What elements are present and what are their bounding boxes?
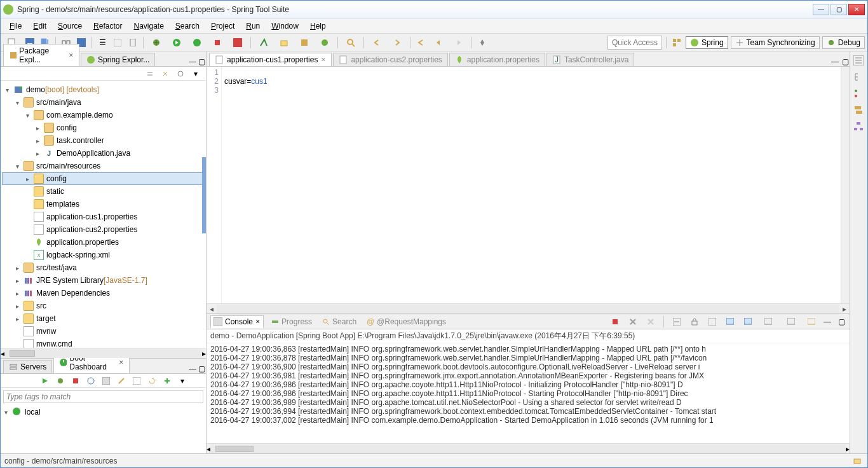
minimize-view-icon[interactable]: — bbox=[188, 364, 197, 373]
task-list-icon[interactable] bbox=[853, 88, 865, 100]
open-console-button[interactable] bbox=[100, 375, 112, 387]
tree-item[interactable]: ▸Maven Dependencies bbox=[2, 287, 205, 299]
remove-launch-button[interactable] bbox=[627, 315, 639, 328]
forward-button[interactable] bbox=[450, 36, 468, 49]
minimize-view-icon[interactable]: — bbox=[188, 57, 197, 66]
tree-item[interactable]: application-cus2.properties bbox=[2, 223, 205, 236]
show-stderr-button[interactable] bbox=[742, 315, 754, 328]
tab-request-mappings[interactable]: @@RequestMappings bbox=[364, 316, 449, 327]
editor-tab[interactable]: application.properties bbox=[449, 53, 545, 66]
editor-hscrollbar[interactable] bbox=[217, 305, 839, 313]
perspective-debug[interactable]: Debug bbox=[822, 36, 865, 49]
maximize-button[interactable]: ▢ bbox=[831, 4, 847, 15]
edit-button[interactable] bbox=[115, 375, 128, 387]
scroll-lock-button[interactable] bbox=[688, 315, 701, 328]
prev-annotation-button[interactable] bbox=[368, 36, 386, 49]
tree-item[interactable]: ▾com.example.demo bbox=[2, 109, 205, 121]
pin-console-button[interactable] bbox=[706, 315, 719, 328]
tree-item[interactable]: static bbox=[2, 185, 205, 198]
remove-all-button[interactable] bbox=[644, 315, 657, 328]
tab-spring-explorer[interactable]: Spring Explor... bbox=[81, 53, 155, 66]
close-icon[interactable]: ✕ bbox=[255, 319, 261, 325]
layers-icon[interactable] bbox=[853, 105, 865, 116]
focus-task-button[interactable] bbox=[174, 67, 187, 80]
debug-server-button[interactable] bbox=[54, 375, 67, 387]
run-last-button[interactable] bbox=[208, 36, 226, 49]
menu-file[interactable]: File bbox=[4, 20, 27, 32]
menu-search[interactable]: Search bbox=[170, 20, 205, 32]
editor-vscrollbar[interactable] bbox=[841, 67, 850, 303]
menu-window[interactable]: Window bbox=[266, 20, 304, 32]
link-editor-button[interactable] bbox=[159, 67, 172, 80]
ansi-toggle-button[interactable] bbox=[805, 315, 818, 328]
scroll-right-icon[interactable]: ▸ bbox=[839, 305, 850, 313]
menu-run[interactable]: Run bbox=[241, 20, 265, 32]
last-edit-button[interactable] bbox=[414, 36, 427, 49]
next-annotation-button[interactable] bbox=[388, 36, 406, 49]
status-updates-icon[interactable] bbox=[851, 455, 864, 467]
scroll-right-icon[interactable]: ▸ bbox=[202, 349, 206, 358]
maximize-view-icon[interactable]: ▢ bbox=[197, 57, 206, 66]
new-server-button[interactable] bbox=[255, 36, 273, 49]
display-selected-button[interactable] bbox=[759, 315, 777, 328]
start-button[interactable] bbox=[39, 375, 51, 387]
search-button[interactable] bbox=[342, 36, 360, 49]
open-console-dropdown[interactable] bbox=[782, 315, 800, 328]
minimize-editor-icon[interactable]: — bbox=[831, 57, 839, 66]
outline-view-icon[interactable] bbox=[853, 55, 865, 67]
toggle-mark-button[interactable] bbox=[111, 36, 124, 49]
tab-servers[interactable]: Servers bbox=[3, 360, 52, 373]
boot-filter-input[interactable] bbox=[3, 390, 203, 403]
relaunch-button[interactable] bbox=[229, 36, 247, 49]
debug-button[interactable] bbox=[147, 36, 165, 49]
back-button[interactable] bbox=[430, 36, 447, 49]
menu-edit[interactable]: Edit bbox=[28, 20, 51, 32]
menu-help[interactable]: Help bbox=[305, 20, 331, 32]
tree-item[interactable]: mvnw.cmd bbox=[2, 338, 205, 348]
tree-item[interactable]: templates bbox=[2, 198, 205, 210]
run-button[interactable] bbox=[168, 36, 186, 49]
maximize-view-icon[interactable]: ▢ bbox=[837, 317, 846, 326]
tree-item[interactable]: ▸JDemoApplication.java bbox=[2, 147, 205, 160]
outline-tree-icon[interactable] bbox=[853, 72, 865, 83]
package-explorer-tree[interactable]: ▾demo [boot] [devtools]▾src/main/java▾co… bbox=[1, 81, 206, 348]
toggle-breadcrumb-button[interactable]: ☰ bbox=[96, 36, 109, 49]
maximize-view-icon[interactable]: ▢ bbox=[197, 364, 206, 373]
toggle-block-button[interactable] bbox=[126, 36, 139, 49]
tree-item[interactable]: application-cus1.properties bbox=[2, 210, 205, 223]
tree-item[interactable]: application.properties bbox=[2, 236, 205, 249]
tree-item[interactable]: Xlogback-spring.xml bbox=[2, 249, 205, 261]
close-button[interactable]: ✕ bbox=[848, 4, 865, 15]
refresh-button[interactable] bbox=[146, 375, 158, 387]
tree-item[interactable]: mvnw bbox=[2, 325, 205, 338]
view-menu-button[interactable]: ▾ bbox=[176, 375, 189, 387]
tree-item[interactable]: ▸config bbox=[2, 121, 205, 134]
open-perspective-button[interactable] bbox=[670, 36, 683, 49]
tree-item[interactable]: ▾src/main/resources bbox=[2, 160, 205, 172]
tree-item[interactable]: ▸task.controller bbox=[2, 134, 205, 147]
stop-button[interactable] bbox=[69, 375, 82, 387]
close-icon[interactable]: ✕ bbox=[69, 52, 74, 59]
console-output[interactable]: 2016-04-27 19:00:36,863 [restartedMain] … bbox=[207, 343, 850, 443]
scroll-left-icon[interactable]: ◂ bbox=[207, 305, 217, 313]
tab-console[interactable]: Console✕ bbox=[210, 315, 264, 328]
tree-item[interactable]: ▾demo [boot] [devtools] bbox=[2, 83, 205, 96]
tree-item[interactable]: ▸src bbox=[2, 299, 205, 312]
collapse-all-button[interactable] bbox=[144, 67, 156, 80]
open-browser-button[interactable] bbox=[85, 375, 97, 387]
editor-code[interactable]: cusvar=cus1 bbox=[222, 67, 841, 303]
console-hscrollbar[interactable] bbox=[210, 444, 846, 453]
maximize-editor-icon[interactable]: ▢ bbox=[841, 57, 850, 66]
editor-tab[interactable]: JTaskController.java bbox=[546, 53, 634, 66]
show-console-button[interactable] bbox=[724, 315, 736, 328]
boot-local-node[interactable]: ▾local bbox=[1, 406, 206, 418]
tree-item[interactable]: ▸target bbox=[2, 312, 205, 325]
tab-progress[interactable]: Progress bbox=[269, 316, 315, 327]
menu-navigate[interactable]: Navigate bbox=[128, 20, 168, 32]
tree-item[interactable]: ▸JRE System Library [JavaSE-1.7] bbox=[2, 274, 205, 287]
new-project-button[interactable] bbox=[275, 36, 293, 49]
tree-item[interactable]: ▸config bbox=[2, 172, 205, 185]
clear-console-button[interactable] bbox=[670, 315, 683, 328]
perspective-team[interactable]: Team Synchronizing bbox=[731, 36, 820, 49]
editor-tab[interactable]: application-cus1.properties✕ bbox=[209, 53, 332, 66]
